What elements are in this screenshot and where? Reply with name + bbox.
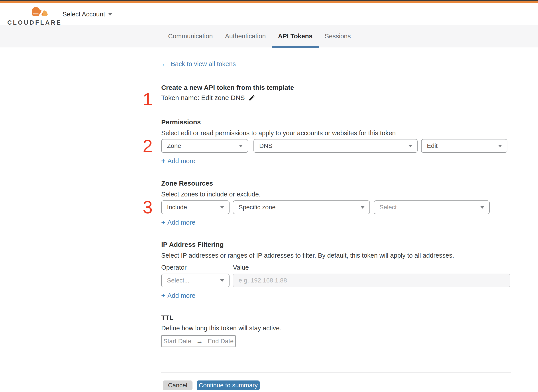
permission-scope-value: Zone xyxy=(167,142,181,149)
ttl-date-range-picker[interactable]: Start Date → End Date xyxy=(161,335,236,347)
chevron-down-icon xyxy=(498,145,502,147)
chevron-down-icon xyxy=(108,13,112,15)
right-arrow-icon: → xyxy=(196,337,203,345)
add-more-label: Add more xyxy=(168,157,195,165)
step-number-1: 1 xyxy=(133,90,153,108)
account-selector-label: Select Account xyxy=(63,11,105,18)
value-label: Value xyxy=(233,264,249,271)
account-selector[interactable]: Select Account xyxy=(63,3,112,25)
zone-resources-subtitle: Select zones to include or exclude. xyxy=(161,191,261,198)
step-number-2: 2 xyxy=(133,137,153,155)
add-more-label: Add more xyxy=(168,219,195,226)
continue-to-summary-button[interactable]: Continue to summary xyxy=(197,380,260,390)
cancel-button[interactable]: Cancel xyxy=(163,380,192,390)
tab-communication[interactable]: Communication xyxy=(168,25,213,48)
permission-access-value: Edit xyxy=(427,142,438,149)
zone-resource-zone-select[interactable]: Select... xyxy=(374,201,490,214)
edit-pencil-icon[interactable] xyxy=(248,94,255,101)
permissions-add-more-link[interactable]: + Add more xyxy=(161,157,195,165)
back-to-tokens-link[interactable]: ← Back to view all tokens xyxy=(161,60,236,68)
permission-service-select[interactable]: DNS xyxy=(253,139,418,153)
zone-resource-mode-select[interactable]: Include xyxy=(161,201,229,214)
chevron-down-icon xyxy=(220,279,224,282)
ttl-subtitle: Define how long this token will stay act… xyxy=(161,325,281,332)
zone-resources-title: Zone Resources xyxy=(161,180,213,187)
ip-filtering-add-more-link[interactable]: + Add more xyxy=(161,292,195,299)
chevron-down-icon xyxy=(480,206,484,209)
plus-icon: + xyxy=(161,157,165,165)
ip-filtering-title: IP Address Filtering xyxy=(161,241,224,248)
tab-sessions[interactable]: Sessions xyxy=(325,25,351,48)
ip-filtering-subtitle: Select IP addresses or ranges of IP addr… xyxy=(161,252,454,259)
token-name-row: Token name: Edit zone DNS xyxy=(161,94,255,102)
permissions-subtitle: Select edit or read permissions to apply… xyxy=(161,130,396,137)
chevron-down-icon xyxy=(360,206,365,209)
permissions-title: Permissions xyxy=(161,118,201,126)
top-orange-bar xyxy=(0,1,538,3)
cloudflare-logo[interactable]: CLOUDFLARE xyxy=(7,5,52,25)
chevron-down-icon xyxy=(239,145,243,147)
chevron-down-icon xyxy=(220,206,224,209)
tabs: Communication Authentication API Tokens … xyxy=(168,25,351,48)
zone-resource-type-value: Specific zone xyxy=(239,204,276,211)
ip-operator-select[interactable]: Select... xyxy=(161,274,229,287)
chevron-down-icon xyxy=(408,145,412,147)
cloudflare-cloud-icon xyxy=(28,5,50,19)
zone-resource-type-select[interactable]: Specific zone xyxy=(233,201,370,214)
ip-value-input[interactable] xyxy=(233,274,510,287)
zone-resources-add-more-link[interactable]: + Add more xyxy=(161,218,195,226)
permission-access-select[interactable]: Edit xyxy=(421,139,507,153)
plus-icon: + xyxy=(161,218,165,226)
create-token-title: Create a new API token from this templat… xyxy=(161,84,294,91)
footer-divider xyxy=(161,372,511,373)
tab-api-tokens[interactable]: API Tokens xyxy=(272,25,319,48)
end-date-label: End Date xyxy=(208,338,234,345)
plus-icon: + xyxy=(161,292,165,299)
back-link-label: Back to view all tokens xyxy=(171,60,236,68)
zone-resource-zone-placeholder: Select... xyxy=(379,204,402,211)
tab-bar: Communication Authentication API Tokens … xyxy=(0,25,538,47)
ttl-title: TTL xyxy=(161,314,173,322)
operator-label: Operator xyxy=(161,264,187,271)
back-arrow-icon: ← xyxy=(161,60,168,68)
permission-scope-select[interactable]: Zone xyxy=(161,139,248,153)
token-name-text: Token name: Edit zone DNS xyxy=(161,94,245,102)
ip-operator-placeholder: Select... xyxy=(167,277,189,284)
add-more-label: Add more xyxy=(168,292,195,299)
start-date-label: Start Date xyxy=(164,338,191,345)
app-header: CLOUDFLARE Select Account xyxy=(0,3,538,25)
api-token-template-page: CLOUDFLARE Select Account Communication … xyxy=(0,0,538,392)
zone-resource-mode-value: Include xyxy=(167,204,187,211)
step-number-3: 3 xyxy=(133,198,153,216)
permission-service-value: DNS xyxy=(259,142,272,149)
tab-authentication[interactable]: Authentication xyxy=(225,25,266,48)
